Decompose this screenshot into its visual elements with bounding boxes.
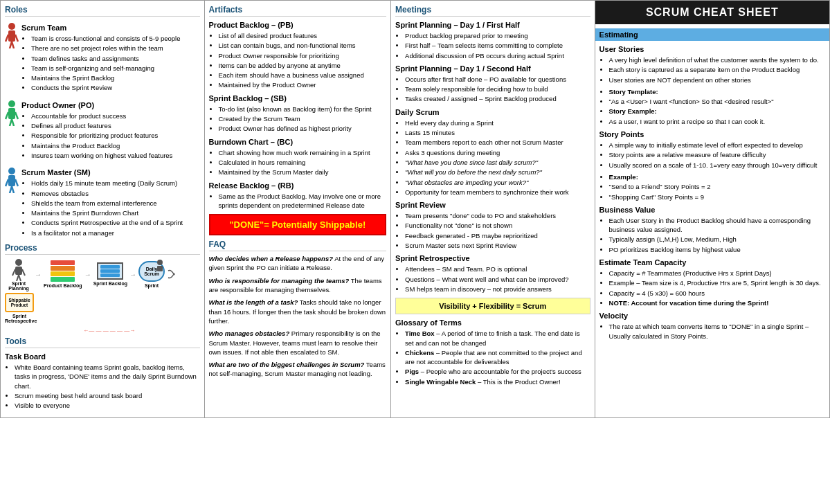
list-item: Time Box – A period of time to finish a … xyxy=(405,329,590,348)
daily-scrum-list: Held every day during a Sprint Lasts 15 … xyxy=(395,118,590,197)
svg-rect-19 xyxy=(15,267,22,275)
column-1: Roles Scrum Team Team is cross-functiona… xyxy=(1,1,205,417)
meetings-title: Meetings xyxy=(395,5,590,17)
list-item: A very high level definition of what the… xyxy=(609,55,825,64)
list-item: A simple way to initially estimate level… xyxy=(609,141,825,150)
main-container: Roles Scrum Team Team is cross-functiona… xyxy=(0,0,830,418)
list-item: Scrum Master sets next Sprint Review xyxy=(405,241,590,250)
story-points-list: A simple way to initially estimate level… xyxy=(599,141,825,170)
svg-line-15 xyxy=(15,179,18,186)
release-backlog-list: Same as the Product Backlog. May involve… xyxy=(209,192,387,210)
list-item: Product Owner has defined as highest pri… xyxy=(219,124,387,133)
svg-marker-26 xyxy=(174,273,175,276)
list-item: Example: xyxy=(609,172,825,181)
svg-line-21 xyxy=(22,269,25,276)
faq-item-2: Who is responsible for managing the team… xyxy=(209,276,387,295)
list-item: Usually scored on a scale of 1-10. 1=ver… xyxy=(609,161,825,170)
list-item: "What have you done since last daily scr… xyxy=(405,158,590,167)
burndown-chart-title: Burndown Chart – (BC) xyxy=(209,138,387,146)
list-item: List of all desired product features xyxy=(219,31,387,40)
column-2: Artifacts Product Backlog – (PB) List of… xyxy=(205,1,392,417)
svg-rect-13 xyxy=(8,175,15,186)
list-item: The rate at which team converts items to… xyxy=(609,322,825,341)
task-board-list: White Board containing teams Sprint goal… xyxy=(5,363,200,410)
list-item: Team presents "done" code to PO and stak… xyxy=(405,211,590,220)
list-item: Each item should have a business value a… xyxy=(219,71,387,80)
svg-line-9 xyxy=(15,112,18,119)
svg-line-5 xyxy=(12,42,14,48)
list-item: Team is self-organizing and self-managin… xyxy=(31,64,180,73)
column-4: SCRUM CHEAT SHEET Estimating User Storie… xyxy=(595,1,829,417)
sprint-review-title: Sprint Review xyxy=(395,201,590,209)
story-points-title: Story Points xyxy=(599,130,825,138)
estimate-capacity-list: Capacity = # Teammates (Productive Hrs x… xyxy=(599,269,825,307)
list-item: Team defines tasks and assignments xyxy=(31,54,180,63)
estimating-header: Estimating xyxy=(595,28,829,41)
svg-rect-1 xyxy=(8,30,15,42)
user-stories-title: User Stories xyxy=(599,45,825,53)
svg-rect-25 xyxy=(157,266,163,271)
scrum-team-icon xyxy=(5,21,19,48)
svg-line-11 xyxy=(12,119,14,126)
list-item: Conducts the Sprint Review xyxy=(31,83,180,92)
scrum-team-list: Team is cross-functional and consists of… xyxy=(21,34,180,93)
sprint-retro-title: Sprint Retrospective xyxy=(395,254,590,262)
business-value-list: Each User Story in the Product Backlog s… xyxy=(599,216,825,254)
list-item: Occurs after first half done – PO availa… xyxy=(405,75,590,84)
list-item: Insures team working on highest valued f… xyxy=(31,151,172,160)
story-points-example: Example: "Send to a Friend" Story Points… xyxy=(599,172,825,201)
list-item: Each story is captured as a separate ite… xyxy=(609,65,825,74)
list-item: Story Example: xyxy=(609,107,825,116)
svg-line-20 xyxy=(12,269,15,276)
list-item: "What will you do before the next daily … xyxy=(405,168,590,177)
sprint-review-arrow xyxy=(167,269,175,279)
list-item: NOTE: Account for vacation time during t… xyxy=(609,298,825,307)
faq-item-1: Who decides when a Release happens? At t… xyxy=(209,254,387,273)
svg-point-6 xyxy=(8,100,15,107)
svg-point-12 xyxy=(8,168,15,174)
faq-title: FAQ xyxy=(209,240,387,251)
list-item: Story points are a relative measure of f… xyxy=(609,150,825,159)
list-item: "Send to a Friend" Story Points = 2 xyxy=(609,182,825,191)
sprint-review-list: Team presents "done" code to PO and stak… xyxy=(395,211,590,250)
tools-title: Tools xyxy=(5,336,200,348)
list-item: Is a facilitator not a manager xyxy=(31,228,183,237)
list-item: Maintained by the Product Owner xyxy=(219,80,387,89)
sprint-planning-1-list: Product backlog prepared prior to meetin… xyxy=(395,31,590,60)
po-list: Accountable for product success Defines … xyxy=(21,111,172,160)
user-stories-list: A very high level definition of what the… xyxy=(599,55,825,84)
faq-item-3: What is the length of a task? Tasks shou… xyxy=(209,298,387,325)
list-item: Maintained by the Scrum Master daily xyxy=(219,168,387,177)
daily-scrum-title: Daily Scrum xyxy=(395,108,590,116)
burndown-chart-list: Chart showing how much work remaining in… xyxy=(209,148,387,177)
list-item: Product Owner responsible for prioritizi… xyxy=(219,51,387,60)
list-item: Chickens – People that are not committed… xyxy=(405,348,590,367)
svg-line-14 xyxy=(6,179,8,186)
list-item: Example – Team size is 4, Productive Hrs… xyxy=(609,278,825,287)
list-item: Calculated in hours remaining xyxy=(219,158,387,167)
list-item: List can contain bugs, and non-functiona… xyxy=(219,41,387,50)
velocity-title: Velocity xyxy=(599,312,825,320)
visibility-banner: Visibility + Flexibility = Scrum xyxy=(395,298,590,314)
list-item: Asks 3 questions during meeting xyxy=(405,148,590,157)
process-title: Process xyxy=(5,243,200,255)
sm-title: Scrum Master (SM) xyxy=(21,168,183,177)
po-title: Product Owner (PO) xyxy=(21,101,172,109)
sm-list: Holds daily 15 minute team meeting (Dail… xyxy=(21,179,183,237)
faq-item-4: Who manages obstacles? Primary responsib… xyxy=(209,329,387,357)
list-item: Responsible for prioritizing product fea… xyxy=(31,131,172,140)
list-item: Created by the Scrum Team xyxy=(219,114,387,123)
glossary-list: Time Box – A period of time to finish a … xyxy=(395,329,590,386)
column-3: Meetings Sprint Planning – Day 1 / First… xyxy=(391,1,595,417)
process-diagram: Sprint Planning → Product Backlog → xyxy=(5,258,200,323)
svg-point-0 xyxy=(8,23,15,30)
list-item: To-do list (also known as Backlog item) … xyxy=(219,105,387,114)
list-item: Questions – What went well and what can … xyxy=(405,275,590,284)
list-item: Pigs – People who are accountable for th… xyxy=(405,367,590,376)
list-item: Holds daily 15 minute team meeting (Dail… xyxy=(31,179,183,188)
list-item: Maintains the Sprint Backlog xyxy=(31,73,180,82)
list-item: Team members report to each other not Sc… xyxy=(405,138,590,147)
list-item: Tasks created / assigned – Sprint Backlo… xyxy=(405,94,590,103)
arrow-3: → xyxy=(129,271,136,278)
svg-line-23 xyxy=(19,275,21,281)
